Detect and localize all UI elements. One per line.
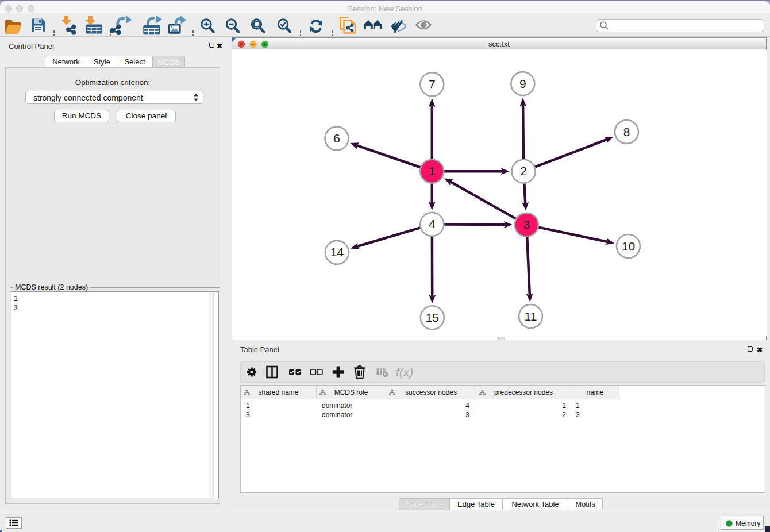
svg-text:15: 15 bbox=[426, 311, 439, 324]
svg-text:11: 11 bbox=[525, 310, 537, 323]
svg-text:1: 1 bbox=[429, 164, 436, 178]
svg-text:9: 9 bbox=[519, 77, 526, 90]
svg-text:10: 10 bbox=[622, 240, 635, 253]
svg-text:6: 6 bbox=[333, 132, 340, 145]
svg-text:3: 3 bbox=[523, 218, 530, 231]
svg-text:14: 14 bbox=[330, 245, 344, 259]
svg-text:f(x): f(x) bbox=[396, 365, 413, 379]
svg-text:4: 4 bbox=[429, 217, 436, 230]
svg-text:2: 2 bbox=[520, 164, 527, 178]
svg-text:7: 7 bbox=[429, 78, 436, 91]
svg-text:8: 8 bbox=[623, 125, 630, 138]
